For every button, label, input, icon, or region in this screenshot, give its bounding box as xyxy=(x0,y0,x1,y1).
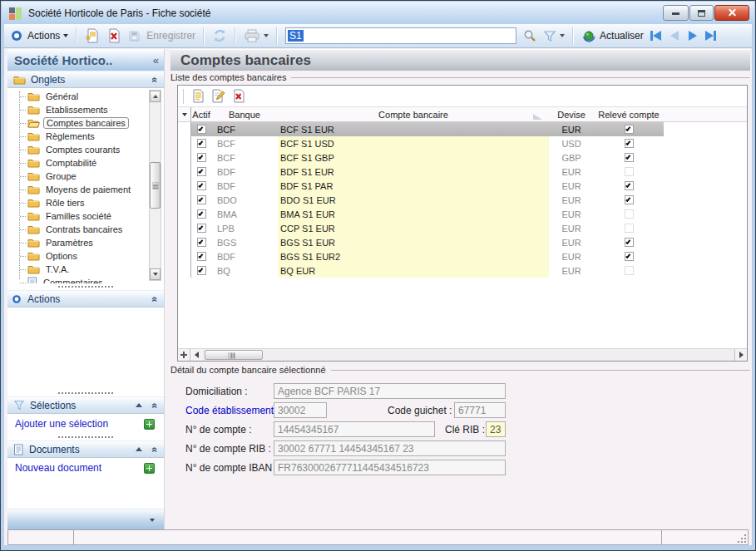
minimize-button[interactable] xyxy=(663,5,689,21)
column-header-devise[interactable]: Devise xyxy=(549,110,594,120)
scroll-down-button[interactable] xyxy=(150,268,161,280)
panel-up-icon[interactable] xyxy=(136,403,142,407)
tree-scrollbar[interactable] xyxy=(149,90,161,281)
table-row[interactable]: BGSBGS S1 EUREUR xyxy=(178,235,747,249)
sidebar-footer-bar[interactable] xyxy=(7,509,164,530)
table-row[interactable]: BDOBDO S1 EUREUR xyxy=(178,193,747,207)
sidebar-item-param-tres[interactable]: Paramètres xyxy=(20,236,164,249)
actualiser-button[interactable]: Actualiser xyxy=(578,27,647,45)
sidebar-item-comptes-courants[interactable]: Comptes courants xyxy=(20,143,164,156)
close-button[interactable] xyxy=(714,5,749,21)
column-header-banque[interactable]: Banque xyxy=(211,110,278,120)
last-record-button[interactable] xyxy=(702,27,720,44)
refresh-button[interactable] xyxy=(209,27,230,45)
sidebar-collapse-button[interactable]: « xyxy=(153,54,159,66)
scroll-left-button[interactable] xyxy=(190,349,203,361)
iban-field[interactable]: FR7630002677711445434516723 xyxy=(274,460,506,475)
table-row[interactable]: BCFBCF S1 USDUSD xyxy=(178,136,747,150)
previous-record-button[interactable] xyxy=(665,27,684,44)
releve-checkbox[interactable] xyxy=(625,224,634,233)
releve-checkbox[interactable] xyxy=(625,266,634,275)
new-record-button[interactable] xyxy=(82,27,103,45)
actif-checkbox[interactable] xyxy=(197,238,206,247)
actif-checkbox[interactable] xyxy=(197,125,206,134)
panel-header-documents[interactable]: Documents « xyxy=(7,440,164,458)
actif-checkbox[interactable] xyxy=(197,167,206,176)
sidebar-item-groupe[interactable]: Groupe xyxy=(20,170,164,183)
grid-new-button[interactable] xyxy=(191,89,205,103)
column-header-actif[interactable]: Actif xyxy=(191,110,211,120)
new-document-plus-button[interactable] xyxy=(144,463,155,474)
domiciliation-field[interactable]: Agence BCF PARIS 17 xyxy=(274,383,506,399)
table-row[interactable]: BDFBDF S1 EUREUR xyxy=(178,165,747,179)
numero-compte-field[interactable]: 14454345167 xyxy=(274,421,435,437)
save-button[interactable]: Enregistrer xyxy=(125,27,199,45)
add-selection-link[interactable]: Ajouter une sélection xyxy=(15,418,108,430)
sidebar-item-g-n-ral[interactable]: Général xyxy=(20,90,164,103)
splitter-handle[interactable] xyxy=(7,390,164,396)
sidebar-item-familles-soci-t-[interactable]: Familles société xyxy=(20,209,164,223)
grid-edit-button[interactable] xyxy=(211,89,225,103)
actif-checkbox[interactable] xyxy=(197,181,206,190)
sidebar-item-r-le-tiers[interactable]: Rôle tiers xyxy=(20,196,164,209)
collapse-panel-icon[interactable]: « xyxy=(150,402,161,408)
grid-delete-button[interactable] xyxy=(232,89,245,103)
panel-header-actions[interactable]: Actions « xyxy=(7,290,164,307)
releve-checkbox[interactable] xyxy=(625,139,634,148)
sidebar-item-etablissements[interactable]: Etablissements xyxy=(20,103,164,116)
sidebar-item-contrats-bancaires[interactable]: Contrats bancaires xyxy=(20,223,164,236)
search-button[interactable] xyxy=(520,27,540,44)
actions-menu-button[interactable]: Actions xyxy=(24,28,72,43)
cle-rib-field[interactable]: 23 xyxy=(486,421,506,437)
actif-checkbox[interactable] xyxy=(197,153,206,162)
column-header-compte[interactable]: Compte bancaire xyxy=(278,110,549,120)
table-header[interactable]: Actif Banque Compte bancaire Devise Rele… xyxy=(178,107,747,122)
sidebar-item-comptes-bancaires[interactable]: Comptes bancaires xyxy=(20,116,164,130)
collapse-panel-icon[interactable]: « xyxy=(150,296,161,302)
sidebar-item-options[interactable]: Options xyxy=(20,249,164,263)
panel-header-onglets[interactable]: Onglets « xyxy=(7,71,164,88)
actif-checkbox[interactable] xyxy=(197,266,206,275)
resize-grip[interactable] xyxy=(738,534,746,543)
delete-record-button[interactable] xyxy=(103,27,125,45)
column-header-releve[interactable]: Relevé compte xyxy=(594,110,664,120)
table-row[interactable]: BDFBDF S1 PAREUR xyxy=(178,179,747,193)
actif-checkbox[interactable] xyxy=(197,224,206,233)
splitter-handle[interactable] xyxy=(7,434,164,440)
releve-checkbox[interactable] xyxy=(625,195,634,204)
actif-checkbox[interactable] xyxy=(197,209,206,219)
search-input[interactable]: S1 xyxy=(285,27,516,44)
horizontal-scrollbar[interactable] xyxy=(178,348,747,361)
splitter-handle[interactable] xyxy=(7,283,164,290)
sidebar-item-comptabilit-[interactable]: Comptabilité xyxy=(20,156,164,170)
next-record-button[interactable] xyxy=(684,27,702,44)
actif-checkbox[interactable] xyxy=(197,252,206,261)
releve-checkbox[interactable] xyxy=(625,167,634,176)
table-row[interactable]: LPBCCP S1 EUREUR xyxy=(178,221,747,235)
table-row[interactable]: BCFBCF S1 GBPGBP xyxy=(178,150,747,165)
new-document-link[interactable]: Nouveau document xyxy=(15,462,101,474)
panel-header-selections[interactable]: Sélections « xyxy=(7,396,164,414)
code-guichet-field[interactable]: 67771 xyxy=(454,402,506,418)
code-etablissement-field[interactable]: 30002 xyxy=(274,402,327,418)
table-row[interactable]: BQBQ EUREUR xyxy=(178,263,747,278)
row-indicator-header[interactable] xyxy=(178,107,191,121)
table-row[interactable]: BCFBCF S1 EUREUR xyxy=(178,122,747,136)
add-row-button[interactable] xyxy=(178,349,190,361)
sidebar-item-commentaires[interactable]: Commentaires xyxy=(20,276,164,283)
collapse-panel-icon[interactable]: « xyxy=(150,446,161,452)
panel-up-icon[interactable] xyxy=(136,447,142,451)
collapse-panel-icon[interactable]: « xyxy=(150,76,161,82)
rib-field[interactable]: 30002 67771 14454345167 23 xyxy=(274,440,506,456)
sidebar-item-t-v-a-[interactable]: T.V.A. xyxy=(20,263,164,276)
actif-checkbox[interactable] xyxy=(197,195,206,204)
filter-button[interactable] xyxy=(540,28,568,44)
table-row[interactable]: BDFBGS S1 EUR2EUR xyxy=(178,249,747,263)
releve-checkbox[interactable] xyxy=(625,125,634,134)
releve-checkbox[interactable] xyxy=(625,252,634,261)
releve-checkbox[interactable] xyxy=(625,238,634,247)
print-button[interactable] xyxy=(240,27,272,45)
first-record-button[interactable] xyxy=(647,27,665,44)
add-selection-plus-button[interactable] xyxy=(144,419,155,430)
sidebar-item-moyens-de-paiement[interactable]: Moyens de paiement xyxy=(20,183,164,196)
